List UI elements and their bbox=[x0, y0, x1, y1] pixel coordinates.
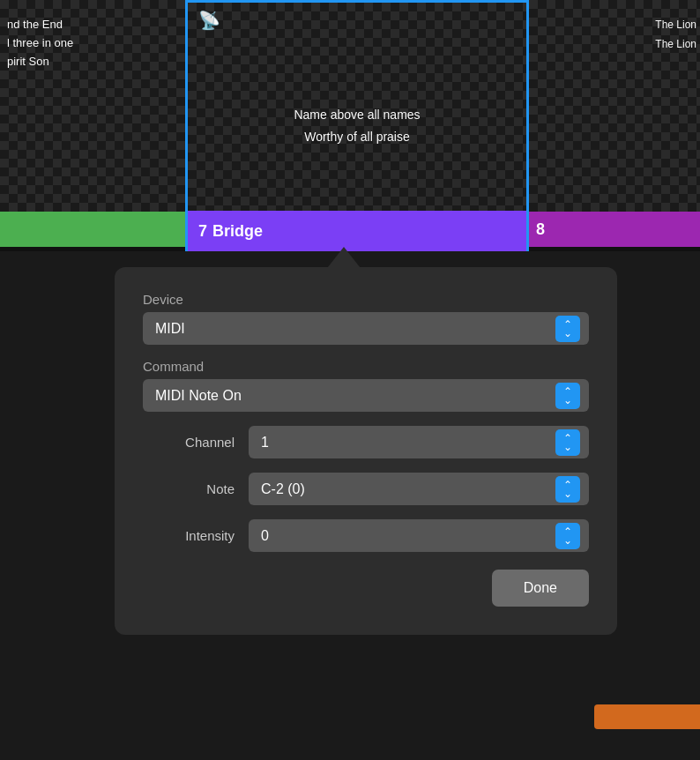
command-group: Command MIDI Note OnMIDI Note OffMIDI Co… bbox=[143, 359, 589, 412]
command-label: Command bbox=[143, 359, 589, 374]
note-select-wrapper: C-2 (0)C#-2 (1)D-2 (2)D#-2 (3) bbox=[249, 473, 589, 505]
slide-left-text: nd the End l three in one pirit Son bbox=[0, 9, 185, 78]
command-select[interactable]: MIDI Note OnMIDI Note OffMIDI Control Ch… bbox=[143, 379, 589, 412]
stage: nd the End l three in one pirit Son 📡 Na… bbox=[0, 0, 700, 760]
intensity-select[interactable]: 0164127 bbox=[249, 519, 589, 552]
popup-dialog: Device MIDI Command MIDI Note OnMIDI Not… bbox=[115, 267, 617, 635]
orange-block bbox=[594, 704, 700, 729]
slide-left-label bbox=[0, 212, 185, 247]
intensity-select-wrapper: 0164127 bbox=[249, 519, 589, 552]
command-select-wrapper: MIDI Note OnMIDI Note OffMIDI Control Ch… bbox=[143, 379, 589, 412]
channel-select-wrapper: 12345678910111213141516 bbox=[249, 426, 589, 458]
channel-select[interactable]: 12345678910111213141516 bbox=[249, 426, 589, 458]
intensity-label: Intensity bbox=[143, 528, 249, 543]
slide-right-lion-text: The Lion The Lion bbox=[652, 9, 700, 61]
note-select[interactable]: C-2 (0)C#-2 (1)D-2 (2)D#-2 (3) bbox=[249, 473, 589, 505]
slide-left[interactable]: nd the End l three in one pirit Son bbox=[0, 0, 185, 251]
slide-strip: nd the End l three in one pirit Son 📡 Na… bbox=[0, 0, 700, 251]
slide-right-number: 8 bbox=[536, 220, 545, 239]
channel-row: Channel 12345678910111213141516 bbox=[143, 426, 589, 458]
device-select[interactable]: MIDI bbox=[143, 312, 589, 345]
channel-label: Channel bbox=[143, 435, 249, 450]
slide-right-label: 8 bbox=[529, 212, 700, 247]
intensity-row: Intensity 0164127 bbox=[143, 519, 589, 552]
slide-center-label: 7 Bridge bbox=[188, 211, 526, 251]
done-button[interactable]: Done bbox=[492, 570, 589, 607]
device-select-wrapper: MIDI bbox=[143, 312, 589, 345]
wifi-icon: 📡 bbox=[198, 10, 220, 31]
done-row: Done bbox=[143, 570, 589, 607]
slide-right[interactable]: The Lion The Lion 8 bbox=[529, 0, 700, 251]
device-label: Device bbox=[143, 292, 589, 307]
note-label: Note bbox=[143, 481, 249, 496]
device-group: Device MIDI bbox=[143, 292, 589, 345]
note-row: Note C-2 (0)C#-2 (1)D-2 (2)D#-2 (3) bbox=[143, 473, 589, 505]
slide-center[interactable]: 📡 Name above all names Worthy of all pra… bbox=[185, 0, 529, 251]
slide-number: 7 bbox=[198, 222, 207, 241]
slide-name: Bridge bbox=[212, 222, 263, 241]
